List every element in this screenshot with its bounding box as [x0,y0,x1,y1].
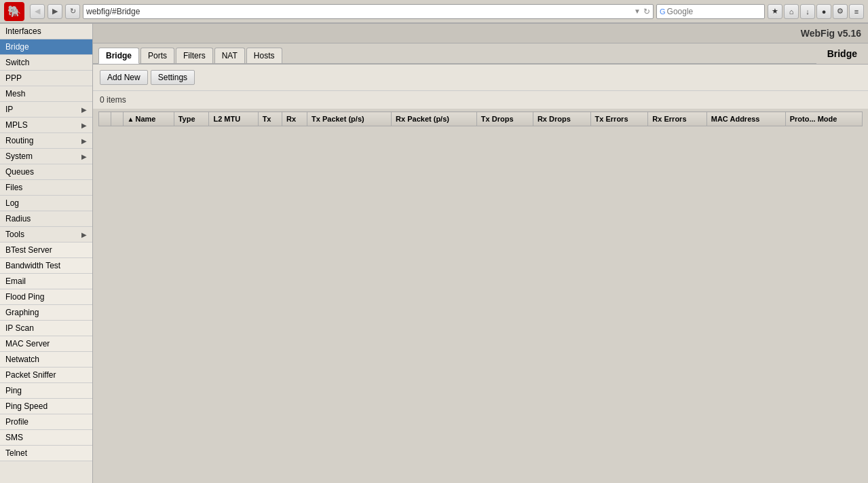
sidebar-item-bridge[interactable]: Bridge [0,39,92,55]
sidebar-item-label: SMS [5,433,23,442]
sidebar-item-bandwidth-test[interactable]: Bandwidth Test [0,258,92,274]
sidebar-item-graphing[interactable]: Graphing [0,305,92,321]
chevron-right-icon: ▶ [81,106,87,113]
data-table: ▲NameTypeL2 MTUTxRxTx Packet (p/s)Rx Pac… [98,111,863,126]
sidebar-item-ping[interactable]: Ping [0,383,92,399]
sidebar-item-label: MPLS [5,120,28,130]
chevron-right-icon: ▶ [81,122,87,129]
address-refresh-icon[interactable]: ↻ [643,7,650,16]
chevron-right-icon: ▶ [81,231,87,238]
sidebar-item-mac-server[interactable]: MAC Server [0,336,92,352]
sidebar-item-label: Log [5,198,19,208]
sidebar-item-label: Routing [5,136,33,145]
home-icon[interactable]: ⌂ [784,4,799,19]
col-label: Rx Drops [537,115,571,123]
col-label: Tx Errors [595,115,628,123]
google-icon: G [660,7,666,16]
github-icon[interactable]: ● [816,4,831,19]
back-button[interactable]: ◀ [30,4,45,19]
add-new-button[interactable]: Add New [100,70,148,85]
search-input[interactable] [667,7,769,16]
col-label: Tx Packet (p/s) [312,115,364,123]
sidebar-item-flood-ping[interactable]: Flood Ping [0,289,92,305]
sidebar-item-label: MAC Server [5,339,50,348]
sidebar-item-label: Telnet [5,448,27,458]
tab-bridge-tab[interactable]: Bridge [98,48,139,64]
sidebar-item-netwatch[interactable]: Netwatch [0,352,92,368]
tab-ports-tab[interactable]: Ports [140,48,174,63]
sidebar-item-interfaces[interactable]: Interfaces [0,24,92,39]
sidebar: InterfacesBridgeSwitchPPPMeshIP▶MPLS▶Rou… [0,24,93,483]
col-header-col-tx: Tx [258,112,282,126]
toolbar: Add New Settings [93,65,868,91]
tab-filters-tab[interactable]: Filters [176,48,213,63]
sidebar-item-mpls[interactable]: MPLS▶ [0,118,92,133]
col-label: MAC Address [711,115,760,123]
sidebar-item-label: Profile [5,417,29,427]
sidebar-item-telnet[interactable]: Telnet [0,446,92,461]
col-label: Tx Drops [481,115,514,123]
app-container: InterfacesBridgeSwitchPPPMeshIP▶MPLS▶Rou… [0,24,868,483]
sidebar-item-label: Ping Speed [5,401,48,411]
sidebar-item-label: Mesh [5,89,25,99]
col-header-col-tx-errors: Tx Errors [590,112,648,126]
sidebar-item-label: Bandwidth Test [5,261,60,270]
col-header-col-l2mtu: L2 MTU [209,112,258,126]
search-bar[interactable]: G 🔍 [656,4,765,19]
sidebar-item-label: PPP [5,73,22,83]
sidebar-item-label: Interfaces [5,26,41,36]
sidebar-item-mesh[interactable]: Mesh [0,86,92,102]
sidebar-item-ip[interactable]: IP▶ [0,102,92,118]
tab-hosts-tab[interactable]: Hosts [246,48,282,63]
sidebar-item-queues[interactable]: Queues [0,164,92,180]
address-input[interactable] [86,7,634,16]
col-label: Type [178,115,195,123]
col-label: Rx Packet (p/s) [396,115,449,123]
sidebar-item-tools[interactable]: Tools▶ [0,227,92,243]
sidebar-item-label: Switch [5,58,29,67]
sidebar-item-packet-sniffer[interactable]: Packet Sniffer [0,368,92,383]
section-title: Bridge [816,44,868,63]
sidebar-item-label: IP Scan [5,323,34,333]
bookmark-star-icon[interactable]: ★ [768,4,782,19]
sidebar-item-ping-speed[interactable]: Ping Speed [0,399,92,414]
download-icon[interactable]: ↓ [800,4,815,19]
browser-logo: 🐘 [4,2,24,21]
sidebar-item-ip-scan[interactable]: IP Scan [0,321,92,336]
sidebar-item-switch[interactable]: Switch [0,55,92,71]
forward-button[interactable]: ▶ [48,4,62,19]
sidebar-item-btest-server[interactable]: BTest Server [0,243,92,258]
address-bar[interactable]: ▼ ↻ [83,4,654,19]
sidebar-item-files[interactable]: Files [0,180,92,196]
sidebar-item-label: Flood Ping [5,292,44,302]
webfig-version: WebFig v5.16 [801,28,861,39]
settings-icon[interactable]: ⚙ [833,4,848,19]
sidebar-item-system[interactable]: System▶ [0,149,92,164]
tab-nat-tab[interactable]: NAT [214,48,245,63]
col-header-col-type: Type [174,112,209,126]
col-label: Name [135,115,155,123]
col-header-col-tx-packet: Tx Packet (p/s) [307,112,392,126]
sidebar-item-log[interactable]: Log [0,196,92,211]
settings-button[interactable]: Settings [151,70,195,85]
sidebar-item-label: Files [5,183,22,192]
refresh-button[interactable]: ↻ [65,4,80,19]
sidebar-item-ppp[interactable]: PPP [0,71,92,86]
sidebar-item-email[interactable]: Email [0,274,92,289]
col-label: Proto... Mode [790,115,837,123]
col-header-col-name[interactable]: ▲Name [123,112,174,126]
col-header-col-rx-packet: Rx Packet (p/s) [392,112,477,126]
menu-icon[interactable]: ≡ [849,4,864,19]
sidebar-item-label: Tools [5,230,24,239]
sidebar-item-profile[interactable]: Profile [0,414,92,430]
col-label: Rx Errors [652,115,686,123]
browser-toolbar-icons: ★ ⌂ ↓ ● ⚙ ≡ [768,4,864,19]
col-header-col-check [99,112,111,126]
sidebar-item-radius[interactable]: Radius [0,211,92,227]
address-dropdown-icon[interactable]: ▼ [634,7,641,15]
sidebar-item-label: Graphing [5,308,39,317]
sidebar-item-sms[interactable]: SMS [0,430,92,446]
sidebar-item-routing[interactable]: Routing▶ [0,133,92,149]
sidebar-item-label: Email [5,276,26,286]
col-header-col-tx-drops: Tx Drops [476,112,533,126]
